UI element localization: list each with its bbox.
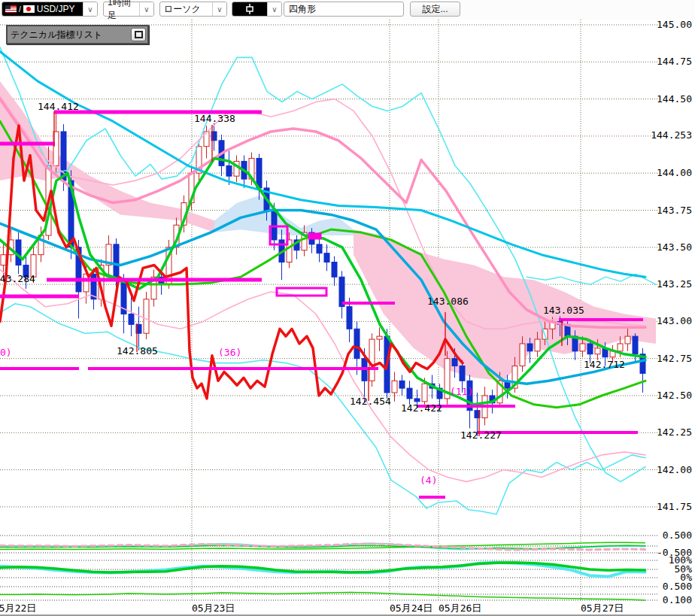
candle — [422, 384, 427, 402]
candle — [226, 165, 232, 176]
candle — [377, 336, 382, 339]
candle — [407, 388, 412, 399]
draw-tool-input[interactable]: 四角形 — [284, 2, 404, 17]
price-axis-label: 144.253 — [651, 129, 692, 141]
candle — [144, 299, 149, 333]
toolbar: / USD/JPY ∨ 1時間足 ∨ ローソク ∨ ∨ 四角形 — [0, 0, 695, 20]
candle — [324, 253, 329, 262]
price-axis-label: 142.25 — [657, 426, 692, 438]
annotation-label: 142.422 — [401, 402, 442, 414]
price-axis-label: 143.50 — [657, 241, 692, 253]
chevron-down-icon[interactable]: ∨ — [83, 2, 97, 16]
annotation-label: 142.712 — [584, 359, 625, 370]
annotation-label: 0) — [0, 347, 12, 358]
symbol-label: USD/JPY — [37, 4, 75, 14]
drawn-rectangle — [309, 234, 320, 238]
candle — [399, 381, 405, 388]
sub-axis-label: 0.100 — [663, 594, 692, 605]
chevron-down-icon[interactable]: ∨ — [212, 2, 226, 16]
candle — [1, 255, 6, 266]
price-axis-label: 144.50 — [657, 93, 692, 105]
annotation-label: 144.412 — [38, 101, 79, 112]
annotation-label: 142.454 — [350, 396, 391, 407]
indicator-lines-layer — [0, 47, 656, 600]
chevron-down-icon[interactable]: ∨ — [267, 2, 281, 16]
price-axis-label: 145.00 — [657, 19, 692, 30]
price-axis-label: 143.25 — [657, 278, 692, 290]
price-axis-label: 142.00 — [657, 464, 692, 475]
price-axis-label: 143.00 — [657, 315, 692, 326]
annotation-label: 144.338 — [194, 113, 235, 124]
candle — [633, 336, 638, 354]
annotation-label: 143.086 — [427, 296, 469, 307]
annotation-label: 142.805 — [117, 345, 158, 357]
us-flag-icon — [5, 5, 17, 13]
candle — [129, 314, 134, 325]
timeframe-label: 1時間足 — [104, 0, 139, 22]
candle — [618, 344, 623, 351]
price-axis-label: 141.75 — [657, 501, 692, 512]
candle — [317, 244, 322, 253]
price-axis-label: 142.50 — [657, 390, 692, 401]
chart-area[interactable]: 144.412144.338143.284142.805143.086143.0… — [0, 0, 695, 616]
sub-axis-label: 0.500 — [663, 530, 692, 541]
chart-type-label: ローソク — [160, 3, 212, 16]
candle-style-select[interactable]: ∨ — [232, 2, 282, 17]
settings-label: 設定... — [422, 3, 448, 16]
panel-title: テクニカル指標リスト — [8, 29, 131, 41]
jp-flag-icon — [23, 5, 35, 13]
candle — [369, 339, 375, 381]
price-axis-label: 142.75 — [657, 353, 692, 364]
candle — [332, 262, 337, 278]
annotation-label: (4) — [420, 475, 437, 486]
restore-icon — [135, 31, 143, 38]
candle — [354, 329, 360, 358]
chart-type-select[interactable]: ローソク ∨ — [159, 2, 227, 17]
candle — [114, 244, 119, 280]
drawn-rectangle — [277, 288, 326, 296]
candle — [520, 344, 525, 366]
candle-icon — [245, 4, 254, 14]
price-axis-label: 144.00 — [657, 167, 692, 178]
candle — [347, 307, 352, 329]
candle — [392, 381, 397, 393]
date-axis-label: 05月26日 — [439, 602, 481, 614]
candle — [527, 344, 533, 351]
candle — [625, 336, 630, 344]
settings-button[interactable]: 設定... — [410, 2, 460, 17]
candlestick-chart-canvas[interactable]: 144.412144.338143.284142.805143.086143.0… — [0, 0, 695, 616]
date-axis-label: 05月24日 — [390, 602, 432, 614]
annotation-label: 143.284 — [0, 273, 35, 284]
ma-cyan-slow — [0, 52, 645, 278]
price-axis-label: 143.75 — [657, 205, 692, 216]
annotation-label: 143.035 — [543, 305, 584, 316]
price-axis-label: 144.75 — [657, 56, 692, 67]
candle — [587, 344, 593, 354]
candle — [272, 211, 277, 240]
candle — [595, 348, 600, 354]
candle — [452, 359, 457, 366]
date-axis-label: 05月23日 — [192, 602, 235, 614]
technical-indicator-list-panel[interactable]: テクニカル指標リスト — [6, 25, 149, 44]
sub-axis-label: 0.500 — [663, 581, 692, 592]
annotation-label: (36) — [218, 347, 241, 358]
candle — [256, 158, 262, 187]
date-axis-label: 05月27日 — [581, 602, 624, 614]
chevron-down-icon[interactable]: ∨ — [139, 2, 153, 16]
annotation-label: (11) — [450, 386, 473, 397]
annotation-label: 142.227 — [460, 429, 502, 441]
timeframe-select[interactable]: 1時間足 ∨ — [103, 2, 154, 17]
restore-window-button[interactable] — [131, 28, 146, 41]
candle — [414, 399, 420, 402]
candle — [460, 366, 465, 381]
symbol-select[interactable]: / USD/JPY ∨ — [2, 2, 98, 17]
candle — [535, 339, 540, 351]
fx-chart-app: 144.412144.338143.284142.805143.086143.0… — [0, 0, 695, 616]
candle — [580, 344, 585, 351]
draw-tool-label: 四角形 — [289, 3, 316, 16]
p3-green — [0, 593, 645, 600]
date-axis-label: 05月22日 — [0, 602, 36, 614]
